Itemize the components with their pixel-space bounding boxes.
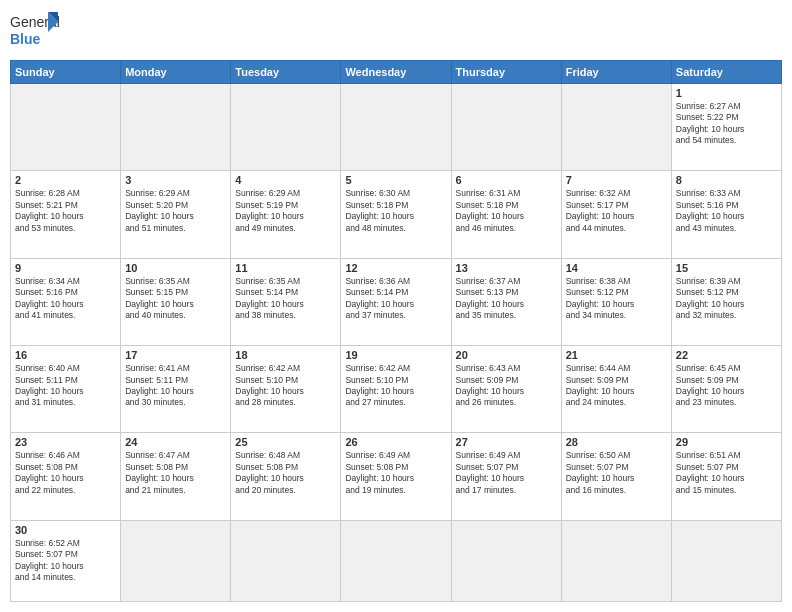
day-number: 10 <box>125 262 226 274</box>
day-number: 28 <box>566 436 667 448</box>
day-number: 8 <box>676 174 777 186</box>
day-info: Sunrise: 6:47 AM Sunset: 5:08 PM Dayligh… <box>125 450 226 496</box>
day-info: Sunrise: 6:33 AM Sunset: 5:16 PM Dayligh… <box>676 188 777 234</box>
day-number: 12 <box>345 262 446 274</box>
day-info: Sunrise: 6:50 AM Sunset: 5:07 PM Dayligh… <box>566 450 667 496</box>
weekday-row: SundayMondayTuesdayWednesdayThursdayFrid… <box>11 61 782 84</box>
day-number: 24 <box>125 436 226 448</box>
calendar-cell <box>671 520 781 601</box>
calendar-cell: 17Sunrise: 6:41 AM Sunset: 5:11 PM Dayli… <box>121 346 231 433</box>
calendar-cell: 15Sunrise: 6:39 AM Sunset: 5:12 PM Dayli… <box>671 258 781 345</box>
week-row-4: 23Sunrise: 6:46 AM Sunset: 5:08 PM Dayli… <box>11 433 782 520</box>
day-info: Sunrise: 6:34 AM Sunset: 5:16 PM Dayligh… <box>15 276 116 322</box>
calendar-cell: 16Sunrise: 6:40 AM Sunset: 5:11 PM Dayli… <box>11 346 121 433</box>
day-info: Sunrise: 6:42 AM Sunset: 5:10 PM Dayligh… <box>235 363 336 409</box>
calendar-cell: 13Sunrise: 6:37 AM Sunset: 5:13 PM Dayli… <box>451 258 561 345</box>
calendar-cell <box>341 84 451 171</box>
weekday-header-friday: Friday <box>561 61 671 84</box>
day-info: Sunrise: 6:51 AM Sunset: 5:07 PM Dayligh… <box>676 450 777 496</box>
calendar-cell: 27Sunrise: 6:49 AM Sunset: 5:07 PM Dayli… <box>451 433 561 520</box>
calendar-header: SundayMondayTuesdayWednesdayThursdayFrid… <box>11 61 782 84</box>
calendar-cell: 12Sunrise: 6:36 AM Sunset: 5:14 PM Dayli… <box>341 258 451 345</box>
calendar-table: SundayMondayTuesdayWednesdayThursdayFrid… <box>10 60 782 602</box>
day-number: 4 <box>235 174 336 186</box>
day-number: 9 <box>15 262 116 274</box>
day-info: Sunrise: 6:42 AM Sunset: 5:10 PM Dayligh… <box>345 363 446 409</box>
day-info: Sunrise: 6:29 AM Sunset: 5:20 PM Dayligh… <box>125 188 226 234</box>
logo: GeneralBlue <box>10 10 60 54</box>
day-number: 7 <box>566 174 667 186</box>
week-row-5: 30Sunrise: 6:52 AM Sunset: 5:07 PM Dayli… <box>11 520 782 601</box>
weekday-header-thursday: Thursday <box>451 61 561 84</box>
weekday-header-saturday: Saturday <box>671 61 781 84</box>
calendar-cell <box>231 84 341 171</box>
day-info: Sunrise: 6:41 AM Sunset: 5:11 PM Dayligh… <box>125 363 226 409</box>
day-number: 18 <box>235 349 336 361</box>
day-info: Sunrise: 6:30 AM Sunset: 5:18 PM Dayligh… <box>345 188 446 234</box>
day-info: Sunrise: 6:39 AM Sunset: 5:12 PM Dayligh… <box>676 276 777 322</box>
calendar-cell: 20Sunrise: 6:43 AM Sunset: 5:09 PM Dayli… <box>451 346 561 433</box>
calendar-page: GeneralBlue SundayMondayTuesdayWednesday… <box>0 0 792 612</box>
day-info: Sunrise: 6:35 AM Sunset: 5:15 PM Dayligh… <box>125 276 226 322</box>
calendar-cell: 10Sunrise: 6:35 AM Sunset: 5:15 PM Dayli… <box>121 258 231 345</box>
day-number: 21 <box>566 349 667 361</box>
calendar-cell: 2Sunrise: 6:28 AM Sunset: 5:21 PM Daylig… <box>11 171 121 258</box>
calendar-body: 1Sunrise: 6:27 AM Sunset: 5:22 PM Daylig… <box>11 84 782 602</box>
calendar-cell: 21Sunrise: 6:44 AM Sunset: 5:09 PM Dayli… <box>561 346 671 433</box>
day-number: 14 <box>566 262 667 274</box>
day-number: 6 <box>456 174 557 186</box>
week-row-2: 9Sunrise: 6:34 AM Sunset: 5:16 PM Daylig… <box>11 258 782 345</box>
day-number: 15 <box>676 262 777 274</box>
calendar-cell <box>561 84 671 171</box>
day-info: Sunrise: 6:43 AM Sunset: 5:09 PM Dayligh… <box>456 363 557 409</box>
calendar-cell: 24Sunrise: 6:47 AM Sunset: 5:08 PM Dayli… <box>121 433 231 520</box>
calendar-cell <box>561 520 671 601</box>
day-info: Sunrise: 6:35 AM Sunset: 5:14 PM Dayligh… <box>235 276 336 322</box>
calendar-cell: 30Sunrise: 6:52 AM Sunset: 5:07 PM Dayli… <box>11 520 121 601</box>
calendar-cell <box>341 520 451 601</box>
header: GeneralBlue <box>10 10 782 54</box>
calendar-cell: 6Sunrise: 6:31 AM Sunset: 5:18 PM Daylig… <box>451 171 561 258</box>
calendar-cell <box>451 520 561 601</box>
svg-text:Blue: Blue <box>10 31 41 47</box>
week-row-3: 16Sunrise: 6:40 AM Sunset: 5:11 PM Dayli… <box>11 346 782 433</box>
weekday-header-monday: Monday <box>121 61 231 84</box>
calendar-cell <box>121 520 231 601</box>
calendar-cell: 29Sunrise: 6:51 AM Sunset: 5:07 PM Dayli… <box>671 433 781 520</box>
day-info: Sunrise: 6:49 AM Sunset: 5:07 PM Dayligh… <box>456 450 557 496</box>
weekday-header-tuesday: Tuesday <box>231 61 341 84</box>
day-info: Sunrise: 6:29 AM Sunset: 5:19 PM Dayligh… <box>235 188 336 234</box>
day-number: 19 <box>345 349 446 361</box>
calendar-cell: 22Sunrise: 6:45 AM Sunset: 5:09 PM Dayli… <box>671 346 781 433</box>
day-info: Sunrise: 6:49 AM Sunset: 5:08 PM Dayligh… <box>345 450 446 496</box>
calendar-cell: 7Sunrise: 6:32 AM Sunset: 5:17 PM Daylig… <box>561 171 671 258</box>
day-number: 16 <box>15 349 116 361</box>
day-number: 5 <box>345 174 446 186</box>
calendar-cell <box>11 84 121 171</box>
calendar-cell: 4Sunrise: 6:29 AM Sunset: 5:19 PM Daylig… <box>231 171 341 258</box>
day-number: 20 <box>456 349 557 361</box>
calendar-cell: 26Sunrise: 6:49 AM Sunset: 5:08 PM Dayli… <box>341 433 451 520</box>
calendar-cell: 14Sunrise: 6:38 AM Sunset: 5:12 PM Dayli… <box>561 258 671 345</box>
day-number: 30 <box>15 524 116 536</box>
calendar-cell: 28Sunrise: 6:50 AM Sunset: 5:07 PM Dayli… <box>561 433 671 520</box>
day-number: 17 <box>125 349 226 361</box>
day-number: 13 <box>456 262 557 274</box>
day-info: Sunrise: 6:48 AM Sunset: 5:08 PM Dayligh… <box>235 450 336 496</box>
weekday-header-sunday: Sunday <box>11 61 121 84</box>
day-info: Sunrise: 6:28 AM Sunset: 5:21 PM Dayligh… <box>15 188 116 234</box>
calendar-cell: 9Sunrise: 6:34 AM Sunset: 5:16 PM Daylig… <box>11 258 121 345</box>
calendar-cell: 18Sunrise: 6:42 AM Sunset: 5:10 PM Dayli… <box>231 346 341 433</box>
day-number: 11 <box>235 262 336 274</box>
calendar-cell <box>451 84 561 171</box>
day-info: Sunrise: 6:37 AM Sunset: 5:13 PM Dayligh… <box>456 276 557 322</box>
day-info: Sunrise: 6:36 AM Sunset: 5:14 PM Dayligh… <box>345 276 446 322</box>
day-info: Sunrise: 6:27 AM Sunset: 5:22 PM Dayligh… <box>676 101 777 147</box>
calendar-cell: 11Sunrise: 6:35 AM Sunset: 5:14 PM Dayli… <box>231 258 341 345</box>
calendar-cell: 8Sunrise: 6:33 AM Sunset: 5:16 PM Daylig… <box>671 171 781 258</box>
week-row-1: 2Sunrise: 6:28 AM Sunset: 5:21 PM Daylig… <box>11 171 782 258</box>
week-row-0: 1Sunrise: 6:27 AM Sunset: 5:22 PM Daylig… <box>11 84 782 171</box>
day-info: Sunrise: 6:40 AM Sunset: 5:11 PM Dayligh… <box>15 363 116 409</box>
day-info: Sunrise: 6:52 AM Sunset: 5:07 PM Dayligh… <box>15 538 116 584</box>
day-info: Sunrise: 6:38 AM Sunset: 5:12 PM Dayligh… <box>566 276 667 322</box>
